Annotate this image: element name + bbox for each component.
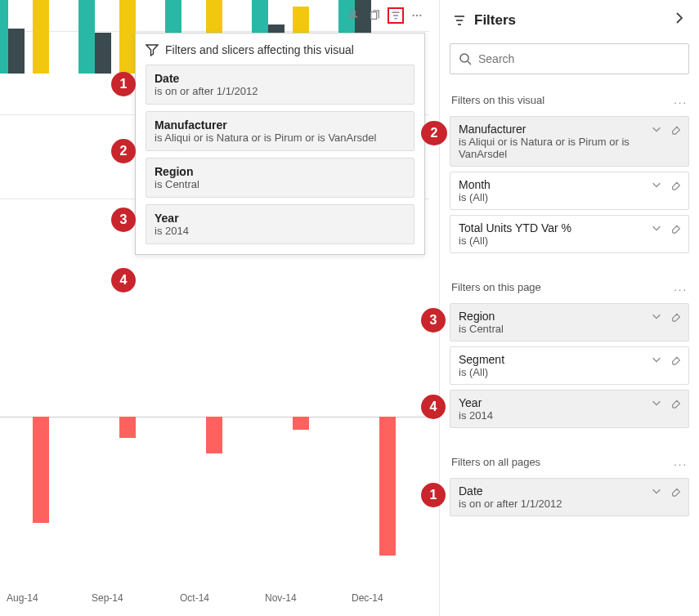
x-tick-label: Nov-14	[265, 592, 297, 604]
copy-icon[interactable]	[366, 7, 383, 24]
eraser-icon[interactable]	[670, 179, 682, 190]
chevron-down-icon[interactable]	[651, 397, 662, 408]
filter-name: Year	[155, 212, 406, 225]
callout-badge-1: 1	[111, 72, 136, 96]
funnel-icon	[146, 43, 159, 56]
chart-bars	[0, 245, 429, 588]
tooltip-filter-card: Year is 2014	[146, 204, 414, 244]
svg-rect-0	[371, 12, 377, 20]
x-tick-label: Oct-14	[180, 592, 209, 604]
bar[interactable]	[95, 33, 111, 74]
svg-point-3	[419, 15, 421, 16]
svg-point-1	[412, 15, 414, 16]
eraser-icon[interactable]	[670, 397, 682, 408]
section-label: Filters on all pages	[451, 456, 540, 468]
filters-panel-header: Filters	[440, 0, 699, 40]
filter-desc: is Central	[155, 178, 406, 190]
chevron-down-icon[interactable]	[651, 485, 662, 497]
filter-desc: is 2014	[459, 409, 680, 422]
tooltip-filter-card: Region is Central	[146, 158, 414, 198]
filter-lines-icon	[453, 14, 466, 27]
filter-name: Region	[459, 310, 680, 323]
chevron-down-icon[interactable]	[651, 354, 662, 365]
filter-name: Manufacturer	[155, 118, 406, 132]
chart-area[interactable]: Aug-14 Sep-14 Oct-14 Nov-14 Dec-14 Filte…	[0, 0, 429, 616]
chevron-down-icon[interactable]	[651, 222, 662, 234]
filter-card-manufacturer[interactable]: Manufacturer is Aliqui or is Natura or i…	[450, 116, 689, 167]
bar[interactable]	[293, 417, 309, 430]
eraser-icon[interactable]	[670, 485, 682, 497]
callout-badge-3b: 3	[421, 308, 446, 333]
x-tick-label: Dec-14	[352, 592, 383, 604]
bar[interactable]	[33, 0, 49, 74]
callout-badge-3: 3	[111, 208, 136, 232]
filter-name: Region	[155, 165, 406, 178]
tooltip-filter-card: Date is on or after 1/1/2012	[146, 65, 414, 105]
panel-title: Filters	[474, 12, 516, 29]
chevron-down-icon[interactable]	[651, 310, 662, 322]
eraser-icon[interactable]	[670, 310, 682, 322]
callout-badge-2b: 2	[421, 121, 447, 145]
filter-name: Date	[459, 484, 680, 498]
section-title-page: Filters on this page ...	[440, 276, 699, 298]
filter-name: Year	[459, 396, 680, 409]
filter-desc: is on or after 1/1/2012	[155, 85, 406, 97]
expand-panel-icon[interactable]	[673, 11, 686, 29]
eraser-icon[interactable]	[670, 123, 682, 135]
filter-card-region[interactable]: Region is Central	[450, 303, 689, 341]
search-icon	[459, 52, 472, 65]
filter-desc: is Aliqui or is Natura or is Pirum or is…	[459, 136, 680, 160]
section-title-all: Filters on all pages ...	[440, 451, 699, 473]
filters-panel: Filters Filters on this visual ... 2 Man…	[439, 0, 699, 616]
bar[interactable]	[33, 417, 49, 523]
filter-name: Manufacturer	[459, 123, 680, 136]
section-more-icon[interactable]: ...	[674, 456, 688, 468]
x-tick-label: Sep-14	[92, 592, 123, 604]
filter-desc: is on or after 1/1/2012	[459, 498, 680, 510]
filter-card-year[interactable]: Year is 2014	[450, 390, 689, 428]
section-title-visual: Filters on this visual ...	[440, 89, 699, 111]
filter-desc: is 2014	[155, 225, 406, 237]
bar[interactable]	[119, 0, 136, 74]
callout-badge-4b: 4	[421, 395, 446, 419]
chevron-down-icon[interactable]	[651, 123, 662, 135]
filters-search[interactable]	[450, 43, 689, 74]
section-more-icon[interactable]: ...	[674, 94, 688, 106]
tooltip-header: Filters and slicers affecting this visua…	[146, 43, 414, 56]
tooltip-title: Filters and slicers affecting this visua…	[165, 43, 354, 56]
tooltip-filter-card: Manufacturer is Aliqui or is Natura or i…	[146, 111, 414, 151]
pin-icon[interactable]	[345, 7, 361, 24]
bar[interactable]	[379, 417, 396, 556]
filter-desc: is (All)	[459, 366, 680, 378]
bar[interactable]	[78, 0, 95, 74]
bar[interactable]	[8, 29, 25, 74]
filter-name: Segment	[459, 353, 680, 366]
x-tick-label: Aug-14	[7, 592, 38, 604]
section-more-icon[interactable]: ...	[674, 281, 688, 293]
more-options-icon[interactable]	[409, 7, 425, 24]
eraser-icon[interactable]	[670, 354, 682, 365]
filter-card-date[interactable]: Date is on or after 1/1/2012	[450, 478, 689, 516]
bar[interactable]	[0, 0, 8, 74]
filter-desc: is (All)	[459, 234, 680, 247]
callout-badge-1b: 1	[421, 483, 446, 507]
filter-name: Date	[155, 72, 406, 85]
filter-desc: is Central	[459, 323, 680, 335]
bar[interactable]	[119, 417, 136, 438]
chevron-down-icon[interactable]	[651, 179, 662, 190]
svg-point-2	[416, 15, 418, 16]
filters-tooltip-popup: Filters and slicers affecting this visua…	[135, 33, 425, 255]
eraser-icon[interactable]	[670, 222, 682, 234]
filter-card-month[interactable]: Month is (All)	[450, 172, 689, 210]
callout-badge-4: 4	[111, 268, 136, 292]
filter-desc: is (All)	[459, 191, 680, 203]
bar[interactable]	[206, 417, 222, 453]
section-label: Filters on this page	[451, 281, 541, 293]
filter-icon[interactable]	[388, 7, 404, 24]
filter-name: Total Units YTD Var %	[459, 221, 680, 234]
filter-name: Month	[459, 178, 680, 191]
filter-desc: is Aliqui or is Natura or is Pirum or is…	[155, 132, 406, 144]
search-input[interactable]	[478, 52, 680, 65]
filter-card-total-units[interactable]: Total Units YTD Var % is (All)	[450, 215, 689, 253]
filter-card-segment[interactable]: Segment is (All)	[450, 346, 689, 385]
